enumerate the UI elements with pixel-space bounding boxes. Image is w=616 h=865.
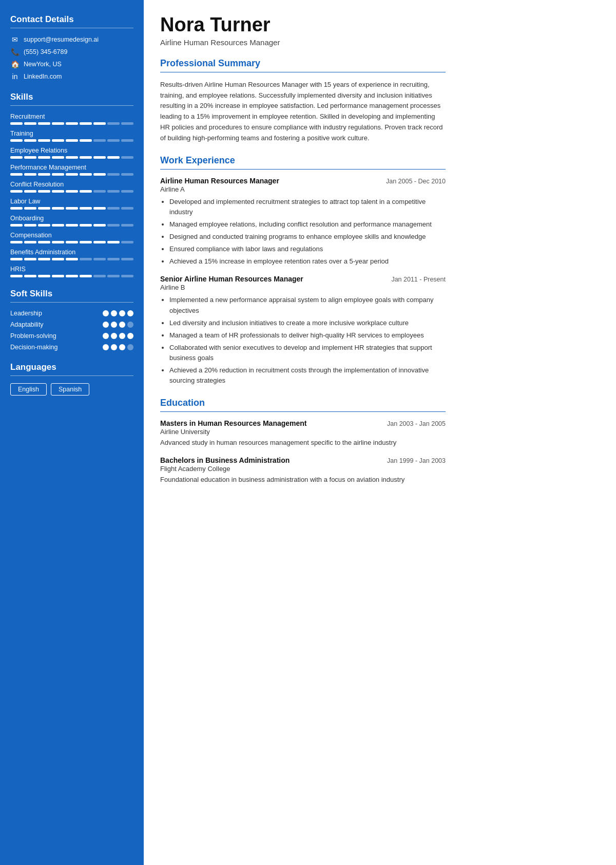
soft-skill-dot xyxy=(103,310,109,316)
soft-skill-row: Decision-making xyxy=(10,344,133,351)
skill-item: Training xyxy=(10,130,133,142)
contact-divider xyxy=(10,28,133,28)
skill-name: HRIS xyxy=(10,266,133,273)
job-bullets: Implemented a new performance appraisal … xyxy=(160,295,446,386)
education-entry: Masters in Human Resources ManagementJan… xyxy=(160,419,446,448)
soft-skill-dot xyxy=(111,322,117,328)
skill-bar xyxy=(24,207,36,210)
skill-bar xyxy=(66,190,78,193)
skill-bars xyxy=(10,224,133,227)
soft-skill-dot xyxy=(103,322,109,328)
edu-dates: Jan 2003 - Jan 2005 xyxy=(387,420,446,427)
skill-bar xyxy=(10,207,23,210)
skill-bar xyxy=(38,122,50,125)
skill-bar xyxy=(80,139,92,142)
skill-bar xyxy=(10,156,23,159)
skill-bar xyxy=(121,122,133,125)
skill-bar xyxy=(38,241,50,243)
skill-bar xyxy=(80,275,92,277)
language-tags: EnglishSpanish xyxy=(10,383,133,396)
skill-bar xyxy=(66,224,78,227)
skill-name: Performance Management xyxy=(10,164,133,171)
skill-bar xyxy=(107,224,120,227)
skill-bar xyxy=(107,241,120,243)
skill-bar xyxy=(66,207,78,210)
skills-list: RecruitmentTrainingEmployee RelationsPer… xyxy=(10,113,133,277)
skill-bar xyxy=(10,258,23,260)
work-title: Work Experience xyxy=(160,155,446,166)
job-entry: Senior Airline Human Resources ManagerJa… xyxy=(160,275,446,386)
soft-skill-dot xyxy=(111,344,117,350)
languages-divider xyxy=(10,375,133,376)
job-bullet: Managed employee relations, including co… xyxy=(169,219,446,230)
skill-bar xyxy=(66,173,78,176)
skill-bar xyxy=(38,139,50,142)
skill-bar xyxy=(80,224,92,227)
skill-bar xyxy=(24,275,36,277)
skill-bar xyxy=(121,241,133,243)
skill-bar xyxy=(107,207,120,210)
location-icon: 🏠 xyxy=(10,60,20,68)
skill-bar xyxy=(10,224,23,227)
skill-bar xyxy=(93,224,106,227)
skills-title: Skills xyxy=(10,92,133,102)
skill-bar xyxy=(93,275,106,277)
soft-skill-dot xyxy=(111,310,117,316)
skill-item: Labor Law xyxy=(10,198,133,210)
skill-bar xyxy=(93,139,106,142)
skill-bar xyxy=(107,122,120,125)
soft-skill-dot xyxy=(127,310,133,316)
skill-bar xyxy=(52,275,64,277)
skill-bar xyxy=(66,156,78,159)
soft-skills-title: Soft Skills xyxy=(10,289,133,299)
language-tag: Spanish xyxy=(51,383,89,396)
skill-bar xyxy=(121,207,133,210)
skill-bar xyxy=(24,258,36,260)
phone-icon: 📞 xyxy=(10,48,20,56)
skill-bar xyxy=(38,190,50,193)
skill-bar xyxy=(10,190,23,193)
skill-bar xyxy=(66,139,78,142)
contact-location: 🏠 NewYork, US xyxy=(10,60,133,68)
skill-bar xyxy=(80,122,92,125)
skill-bar xyxy=(38,224,50,227)
skill-bar xyxy=(93,173,106,176)
soft-skill-dot xyxy=(103,333,109,339)
soft-skill-row: Problem-solving xyxy=(10,332,133,340)
soft-skill-row: Leadership xyxy=(10,310,133,317)
soft-skill-name: Decision-making xyxy=(10,344,57,351)
skill-bar xyxy=(107,190,120,193)
skill-item: HRIS xyxy=(10,266,133,277)
edu-degree: Masters in Human Resources Management xyxy=(160,419,307,427)
skill-bar xyxy=(38,173,50,176)
job-entry: Airline Human Resources ManagerJan 2005 … xyxy=(160,177,446,267)
skill-bar xyxy=(52,122,64,125)
email-icon: ✉ xyxy=(10,35,20,44)
skill-bars xyxy=(10,156,133,159)
soft-skill-row: Adaptability xyxy=(10,321,133,328)
skill-bars xyxy=(10,275,133,277)
main-content: Nora Turner Airline Human Resources Mana… xyxy=(144,0,462,865)
job-bullet: Implemented a new performance appraisal … xyxy=(169,295,446,315)
skill-bar xyxy=(52,258,64,260)
skill-bars xyxy=(10,122,133,125)
skill-bars xyxy=(10,190,133,193)
soft-skill-dot xyxy=(119,310,125,316)
skill-item: Benefits Administration xyxy=(10,249,133,260)
job-dates: Jan 2005 - Dec 2010 xyxy=(386,178,446,185)
linkedin-icon: in xyxy=(10,72,20,81)
skill-bar xyxy=(24,241,36,243)
skill-bar xyxy=(93,156,106,159)
soft-skill-dot xyxy=(111,333,117,339)
education-divider xyxy=(160,411,446,412)
skill-bar xyxy=(10,241,23,243)
skill-bar xyxy=(121,190,133,193)
skill-bar xyxy=(66,241,78,243)
soft-skill-dot xyxy=(119,333,125,339)
job-company: Airline B xyxy=(160,284,446,291)
skill-bar xyxy=(107,258,120,260)
job-bullet: Managed a team of HR professionals to de… xyxy=(169,330,446,341)
skill-bar xyxy=(80,173,92,176)
contact-linkedin: in LinkedIn.com xyxy=(10,72,133,81)
soft-skill-dot xyxy=(119,344,125,350)
